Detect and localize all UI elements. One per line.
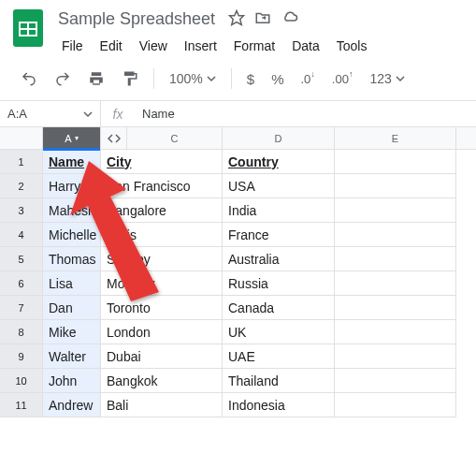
cell[interactable] bbox=[335, 150, 456, 174]
cell[interactable]: John bbox=[43, 369, 101, 393]
menu-bar: File Edit View Insert Format Data Tools bbox=[54, 35, 465, 57]
cell[interactable]: Thailand bbox=[223, 369, 335, 393]
document-title[interactable]: Sample Spreadsheet bbox=[54, 7, 219, 31]
cell[interactable]: City bbox=[101, 150, 223, 174]
cell[interactable] bbox=[335, 344, 456, 369]
cell[interactable]: Moscow bbox=[101, 271, 223, 296]
row-header[interactable]: 2 bbox=[0, 174, 43, 198]
undo-button[interactable] bbox=[15, 66, 43, 91]
cloud-status-icon[interactable] bbox=[281, 9, 299, 29]
sheets-logo-icon bbox=[11, 7, 45, 49]
cell[interactable]: Bangkok bbox=[101, 369, 223, 393]
cell[interactable] bbox=[335, 320, 456, 344]
row-header[interactable]: 7 bbox=[0, 296, 43, 320]
column-header-A[interactable]: A ▾ bbox=[43, 127, 101, 149]
toolbar-separator bbox=[231, 68, 232, 89]
cell[interactable]: Michelle bbox=[43, 223, 101, 247]
menu-file[interactable]: File bbox=[54, 35, 91, 57]
cell[interactable]: Canada bbox=[223, 296, 335, 320]
row-header[interactable]: 4 bbox=[0, 223, 43, 247]
cell[interactable] bbox=[335, 223, 456, 247]
row-header[interactable]: 9 bbox=[0, 344, 43, 369]
cell[interactable] bbox=[335, 247, 456, 271]
row-header[interactable]: 10 bbox=[0, 369, 43, 393]
menu-data[interactable]: Data bbox=[284, 35, 327, 57]
spreadsheet-grid: A ▾ C D E 1NameCityCountry2HarrySan Fran… bbox=[0, 127, 476, 417]
cell[interactable]: Andrew bbox=[43, 393, 101, 417]
cell[interactable]: Bali bbox=[101, 393, 223, 417]
increase-decimals-button[interactable]: .00↑ bbox=[326, 68, 359, 90]
row-header[interactable]: 3 bbox=[0, 198, 43, 223]
menu-format[interactable]: Format bbox=[226, 35, 282, 57]
cell[interactable]: UAE bbox=[223, 344, 335, 369]
star-icon[interactable] bbox=[228, 9, 245, 29]
redo-button[interactable] bbox=[49, 66, 77, 91]
row-header[interactable]: 8 bbox=[0, 320, 43, 344]
row-header[interactable]: 11 bbox=[0, 393, 43, 417]
column-header-E[interactable]: E bbox=[335, 127, 456, 149]
currency-button[interactable]: $ bbox=[241, 67, 260, 91]
hidden-columns-indicator[interactable] bbox=[101, 127, 127, 149]
menu-view[interactable]: View bbox=[132, 35, 175, 57]
select-all-corner[interactable] bbox=[0, 127, 43, 149]
zoom-dropdown[interactable]: 100% bbox=[164, 67, 222, 90]
cell[interactable]: Dubai bbox=[101, 344, 223, 369]
cell[interactable]: Toronto bbox=[101, 296, 223, 320]
cell[interactable]: Paris bbox=[101, 223, 223, 247]
cell[interactable] bbox=[335, 174, 456, 198]
cell[interactable]: USA bbox=[223, 174, 335, 198]
fx-icon: fx bbox=[101, 107, 135, 122]
row-header[interactable]: 1 bbox=[0, 150, 43, 174]
cell[interactable]: San Francisco bbox=[101, 174, 223, 198]
cell[interactable]: Sydney bbox=[101, 247, 223, 271]
cell[interactable]: Dan bbox=[43, 296, 101, 320]
cell[interactable]: Walter bbox=[43, 344, 101, 369]
cell[interactable]: Russia bbox=[223, 271, 335, 296]
formula-bar[interactable]: Name bbox=[135, 107, 476, 121]
cell[interactable]: Bangalore bbox=[101, 198, 223, 223]
cell[interactable]: London bbox=[101, 320, 223, 344]
app-header: Sample Spreadsheet File Edit View Insert… bbox=[0, 0, 476, 57]
move-folder-icon[interactable] bbox=[254, 9, 271, 29]
cell[interactable]: Country bbox=[223, 150, 335, 174]
column-header-C[interactable]: C bbox=[127, 127, 223, 149]
column-header-D[interactable]: D bbox=[223, 127, 335, 149]
name-box-row: A:A fx Name bbox=[0, 101, 476, 127]
percent-button[interactable]: % bbox=[266, 67, 289, 91]
cell[interactable]: Name bbox=[43, 150, 101, 174]
more-formats-dropdown[interactable]: 123 bbox=[364, 67, 410, 90]
print-button[interactable] bbox=[82, 66, 110, 91]
cell[interactable]: France bbox=[223, 223, 335, 247]
svg-marker-4 bbox=[230, 11, 244, 25]
cell[interactable] bbox=[335, 393, 456, 417]
cell[interactable]: Indonesia bbox=[223, 393, 335, 417]
cell[interactable]: UK bbox=[223, 320, 335, 344]
cell[interactable]: Mike bbox=[43, 320, 101, 344]
cell[interactable]: Thomas bbox=[43, 247, 101, 271]
paint-format-button[interactable] bbox=[116, 66, 144, 91]
menu-insert[interactable]: Insert bbox=[177, 35, 224, 57]
cell[interactable] bbox=[335, 296, 456, 320]
cell[interactable] bbox=[335, 369, 456, 393]
row-header[interactable]: 5 bbox=[0, 247, 43, 271]
menu-tools[interactable]: Tools bbox=[329, 35, 375, 57]
cell[interactable]: Australia bbox=[223, 247, 335, 271]
cell[interactable]: India bbox=[223, 198, 335, 223]
cell[interactable]: Lisa bbox=[43, 271, 101, 296]
cell[interactable]: Mahesh bbox=[43, 198, 101, 223]
toolbar-separator bbox=[153, 68, 154, 89]
toolbar: 100% $ % .0↓ .00↑ 123 bbox=[0, 57, 476, 101]
cell[interactable] bbox=[335, 271, 456, 296]
name-box[interactable]: A:A bbox=[0, 101, 101, 126]
cell[interactable] bbox=[335, 198, 456, 223]
menu-edit[interactable]: Edit bbox=[93, 35, 130, 57]
row-header[interactable]: 6 bbox=[0, 271, 43, 296]
decrease-decimals-button[interactable]: .0↓ bbox=[296, 68, 321, 90]
cell[interactable]: Harry bbox=[43, 174, 101, 198]
